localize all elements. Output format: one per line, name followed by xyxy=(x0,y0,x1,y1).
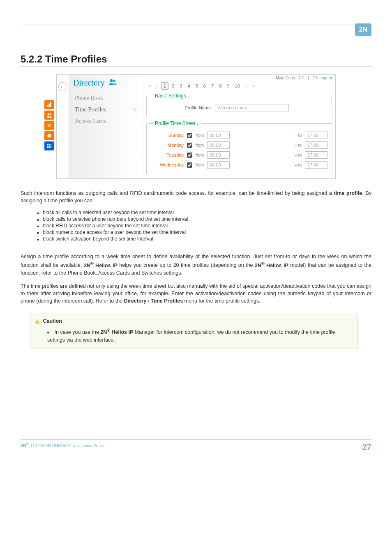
day-row-tuesday: Tuesday from – to xyxy=(151,150,327,160)
pager-page-4[interactable]: 4 xyxy=(185,83,192,89)
pager-page-3[interactable]: 3 xyxy=(178,83,184,89)
basic-settings-label: Basic Settings xyxy=(155,93,186,99)
day-label: Sunday xyxy=(151,133,184,138)
to-label: – to xyxy=(294,153,302,157)
sidebar-icon-tools[interactable] xyxy=(44,121,54,130)
caution-title: Caution xyxy=(43,318,62,324)
sidebar-icon-grid[interactable] xyxy=(44,141,54,150)
sidebar-icon-bars[interactable] xyxy=(44,100,54,109)
pager-page-6[interactable]: 6 xyxy=(201,83,208,89)
list-item: block numeric code access for a user bey… xyxy=(37,229,371,236)
to-input-wednesday[interactable] xyxy=(305,161,327,169)
time-sheet-label: Profile Time Sheet xyxy=(155,120,195,126)
from-input-wednesday[interactable] xyxy=(207,161,230,169)
from-label: from xyxy=(195,153,205,157)
paragraph-3: The time profiles are defined not only u… xyxy=(21,282,371,305)
svg-rect-15 xyxy=(51,147,51,148)
svg-rect-8 xyxy=(49,144,50,145)
lang-separator: | xyxy=(308,76,309,80)
basic-settings-legend[interactable]: Basic Settings ⌄ xyxy=(153,93,192,99)
chevron-down-icon: ⌄ xyxy=(196,122,200,126)
svg-rect-3 xyxy=(50,102,51,107)
day-label: Wednesday xyxy=(151,162,184,167)
pager-first[interactable]: « xyxy=(146,83,153,89)
svg-rect-1 xyxy=(47,105,48,107)
svg-rect-2 xyxy=(48,104,50,107)
from-label: from xyxy=(195,163,205,167)
day-check-sunday[interactable] xyxy=(187,133,192,138)
top-lang-cz[interactable]: CZ xyxy=(299,76,304,80)
pager-page-5[interactable]: 5 xyxy=(194,83,200,89)
svg-point-17 xyxy=(113,80,115,82)
day-label: Monday xyxy=(151,143,184,148)
chevron-right-icon: > xyxy=(134,106,137,113)
sidebar-icon-users[interactable] xyxy=(44,111,54,120)
pager-page-2[interactable]: 2 xyxy=(170,83,176,89)
top-main-entry[interactable]: Main Entry xyxy=(276,76,295,80)
paragraph-1: Such intercom functions as outgoing call… xyxy=(21,190,371,204)
to-input-tuesday[interactable] xyxy=(305,151,327,159)
top-lang-en[interactable]: EN xyxy=(313,76,318,80)
from-input-monday[interactable] xyxy=(207,141,230,149)
from-label: from xyxy=(195,133,205,138)
day-check-tuesday[interactable] xyxy=(187,153,192,158)
basic-settings-panel: Basic Settings ⌄ Profile Name xyxy=(146,93,332,117)
from-label: from xyxy=(195,143,205,148)
list-item: block calls to selected phone numbers be… xyxy=(37,216,371,222)
svg-rect-13 xyxy=(47,147,48,148)
pager-page-9[interactable]: 9 xyxy=(225,83,231,89)
logo-2n: 2N xyxy=(355,23,371,37)
sidebar-icon-gear[interactable] xyxy=(44,131,54,140)
paragraph-2: Assign a time profile according to a wee… xyxy=(21,253,371,277)
nav-time-profiles-label: Time Profiles xyxy=(75,106,106,113)
day-check-wednesday[interactable] xyxy=(187,162,192,168)
profile-name-input[interactable] xyxy=(215,104,289,111)
profile-time-sheet-panel: Profile Time Sheet ⌄ Sunday from – to Mo… xyxy=(146,120,332,174)
day-label: Tuesday xyxy=(151,153,184,157)
group-icon xyxy=(108,78,117,88)
day-row-monday: Monday from – to xyxy=(151,140,327,150)
warning-icon xyxy=(35,319,40,324)
pager-prev[interactable]: ‹ xyxy=(154,83,160,89)
svg-rect-10 xyxy=(47,146,48,147)
list-item: block all calls to a selected user beyon… xyxy=(37,209,371,216)
svg-rect-9 xyxy=(51,144,51,145)
chevron-down-icon: ⌄ xyxy=(187,94,191,98)
pager-next[interactable]: › xyxy=(243,83,249,89)
time-sheet-legend[interactable]: Profile Time Sheet ⌄ xyxy=(153,120,201,126)
pager: « ‹ 1 2 3 4 5 6 7 8 9 10 › » xyxy=(146,82,332,90)
pager-page-7[interactable]: 7 xyxy=(209,83,216,89)
day-check-monday[interactable] xyxy=(187,143,192,148)
from-input-tuesday[interactable] xyxy=(207,151,230,159)
nav-access-cards[interactable]: Access Cards xyxy=(73,116,138,127)
svg-rect-14 xyxy=(49,147,50,148)
directory-header: Directory xyxy=(69,75,143,91)
svg-rect-11 xyxy=(49,146,50,147)
to-label: – to xyxy=(294,143,302,148)
top-links: Main Entry CZ | EN Logout xyxy=(273,76,332,80)
caution-box: Caution In case you use the 2N® Helios I… xyxy=(29,313,357,349)
top-logout[interactable]: Logout xyxy=(319,76,332,80)
back-button[interactable]: ← xyxy=(58,82,67,91)
to-input-sunday[interactable] xyxy=(305,132,327,139)
pager-page-8[interactable]: 8 xyxy=(217,83,224,89)
day-row-sunday: Sunday from – to xyxy=(151,130,327,140)
to-input-monday[interactable] xyxy=(305,141,327,149)
directory-title: Directory xyxy=(73,78,105,88)
day-row-wednesday: Wednesday from – to xyxy=(151,160,327,170)
back-icon: ← xyxy=(60,83,66,90)
nav-time-profiles[interactable]: Time Profiles > xyxy=(73,104,138,116)
svg-point-16 xyxy=(110,79,113,82)
list-item: block RFID access for a user beyond the … xyxy=(37,222,371,229)
list-item: block switch activation beyond the set t… xyxy=(37,236,371,242)
pager-last[interactable]: » xyxy=(250,83,257,89)
nav-phone-book[interactable]: Phone Book xyxy=(73,92,138,104)
from-input-sunday[interactable] xyxy=(207,132,230,139)
to-label: – to xyxy=(294,163,302,167)
pager-page-1[interactable]: 1 xyxy=(161,82,168,90)
pager-page-10[interactable]: 10 xyxy=(233,83,242,89)
app-screenshot: ← Direct xyxy=(56,74,336,179)
svg-point-5 xyxy=(50,113,51,115)
footer-page-number: 27 xyxy=(362,442,371,452)
svg-point-4 xyxy=(48,113,50,116)
